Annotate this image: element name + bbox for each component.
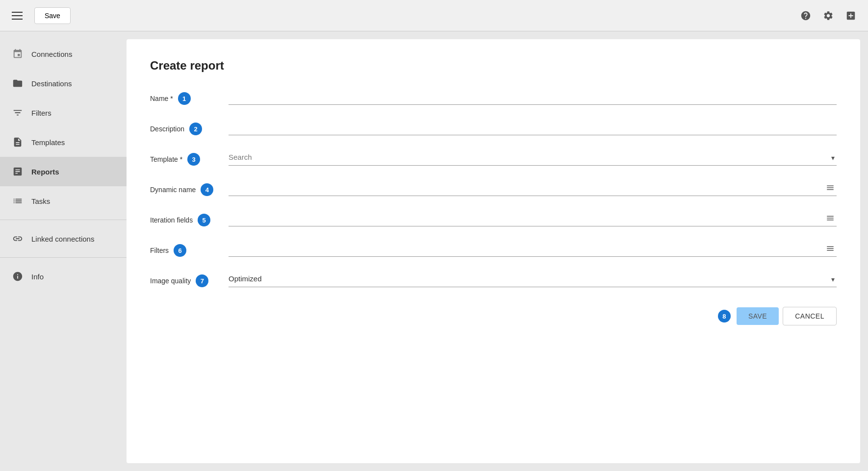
form-label-name-col: Name * 1 <box>150 88 229 105</box>
form-field-dynamic-name-col <box>229 179 837 196</box>
form-label-image-quality: Image quality <box>150 277 191 285</box>
content-area: Create report Name * 1 Description 2 <box>127 39 860 463</box>
info-icon <box>12 271 24 282</box>
add-button[interactable] <box>842 6 860 25</box>
settings-icon <box>823 10 834 21</box>
step-badge-5: 5 <box>198 214 210 226</box>
sidebar-item-templates[interactable]: Templates <box>0 127 127 157</box>
sidebar-item-connections-label: Connections <box>31 50 72 58</box>
sidebar-item-tasks[interactable]: Tasks <box>0 186 127 216</box>
form-label-dynamic-name-col: Dynamic name 4 <box>150 179 229 196</box>
main-layout: Connections Destinations Filters Templat… <box>0 31 868 471</box>
iteration-fields-input[interactable] <box>229 210 837 226</box>
reports-icon <box>12 166 24 177</box>
sidebar-item-reports-label: Reports <box>31 168 59 176</box>
step-badge-4: 4 <box>201 183 213 196</box>
settings-button[interactable] <box>819 6 838 25</box>
form-row-filters: Filters 6 <box>150 240 837 257</box>
iteration-fields-menu-icon <box>826 214 835 224</box>
form-field-description-col <box>229 119 837 135</box>
topbar-save-button[interactable]: Save <box>34 7 71 24</box>
connections-icon <box>12 48 24 60</box>
sidebar-item-filters-label: Filters <box>31 109 51 117</box>
step-badge-8: 8 <box>718 310 731 322</box>
form-label-iteration-fields: Iteration fields <box>150 216 193 224</box>
filters-input[interactable] <box>229 240 837 257</box>
sidebar-item-destinations[interactable]: Destinations <box>0 69 127 98</box>
sidebar-divider-2 <box>0 257 127 258</box>
form-label-description-col: Description 2 <box>150 119 229 135</box>
sidebar-item-linked-connections-label: Linked connections <box>31 235 94 243</box>
form-label-filters: Filters <box>150 247 169 254</box>
image-quality-select[interactable]: Optimized High Low <box>229 271 837 287</box>
page-title: Create report <box>150 59 837 73</box>
description-input[interactable] <box>229 119 837 135</box>
save-button[interactable]: SAVE <box>737 307 779 325</box>
step-badge-7: 7 <box>196 274 208 287</box>
form-field-template-col: Search ▾ <box>229 149 837 166</box>
sidebar-item-templates-label: Templates <box>31 138 65 147</box>
form-row-template: Template * 3 Search ▾ <box>150 149 837 166</box>
form-footer: 8 SAVE Cancel <box>150 307 837 325</box>
form-row-iteration-fields: Iteration fields 5 <box>150 210 837 226</box>
cancel-button[interactable]: Cancel <box>783 307 837 325</box>
form-label-template-col: Template * 3 <box>150 149 229 166</box>
form-label-name: Name * <box>150 95 173 102</box>
template-select[interactable]: Search <box>229 149 837 166</box>
sidebar-item-info-label: Info <box>31 273 44 281</box>
form-label-template: Template * <box>150 155 182 163</box>
sidebar-item-reports[interactable]: Reports <box>0 157 127 186</box>
form-label-image-quality-col: Image quality 7 <box>150 271 229 287</box>
form-field-filters-col <box>229 240 837 257</box>
form-label-dynamic-name: Dynamic name <box>150 186 196 194</box>
destinations-icon <box>12 77 24 89</box>
sidebar-item-linked-connections[interactable]: Linked connections <box>0 224 127 253</box>
image-quality-select-wrapper: Optimized High Low ▾ <box>229 271 837 287</box>
sidebar-item-connections[interactable]: Connections <box>0 39 127 69</box>
name-input[interactable] <box>229 88 837 105</box>
form-label-iteration-fields-col: Iteration fields 5 <box>150 210 229 226</box>
step-badge-2: 2 <box>189 123 202 135</box>
topbar-actions <box>796 6 860 25</box>
form-field-image-quality-col: Optimized High Low ▾ <box>229 271 837 287</box>
form-row-dynamic-name: Dynamic name 4 <box>150 179 837 196</box>
dynamic-name-menu-icon <box>826 183 835 194</box>
topbar: Save <box>0 0 868 31</box>
hamburger-button[interactable] <box>8 8 26 24</box>
dynamic-name-input[interactable] <box>229 179 837 196</box>
form-row-image-quality: Image quality 7 Optimized High Low ▾ <box>150 271 837 287</box>
step-badge-1: 1 <box>178 92 191 105</box>
form-field-name-col <box>229 88 837 105</box>
filters-icon <box>12 107 24 119</box>
linked-connections-icon <box>12 233 24 245</box>
form-label-description: Description <box>150 125 184 133</box>
form-row-description: Description 2 <box>150 119 837 135</box>
sidebar-item-info[interactable]: Info <box>0 262 127 291</box>
sidebar: Connections Destinations Filters Templat… <box>0 31 127 471</box>
help-icon <box>800 10 811 21</box>
sidebar-item-filters[interactable]: Filters <box>0 98 127 127</box>
add-box-icon <box>845 10 856 21</box>
form-field-iteration-fields-col <box>229 210 837 226</box>
sidebar-item-tasks-label: Tasks <box>31 197 50 205</box>
step-badge-3: 3 <box>187 153 200 166</box>
filters-menu-icon <box>826 244 835 254</box>
step-badge-6: 6 <box>174 244 186 257</box>
templates-icon <box>12 136 24 148</box>
sidebar-divider <box>0 220 127 220</box>
sidebar-item-destinations-label: Destinations <box>31 79 72 88</box>
tasks-icon <box>12 195 24 207</box>
help-button[interactable] <box>796 6 815 25</box>
form-label-filters-col: Filters 6 <box>150 240 229 257</box>
form-row-name: Name * 1 <box>150 88 837 105</box>
template-select-wrapper: Search ▾ <box>229 149 837 166</box>
